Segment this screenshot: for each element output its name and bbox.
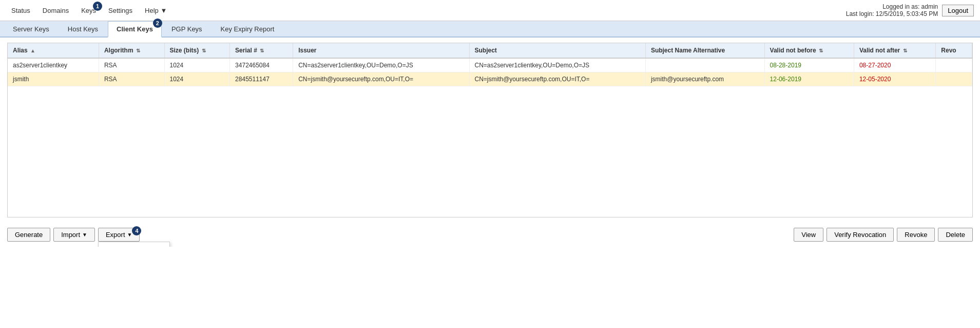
table-cell: as2server1clientkey [8, 58, 99, 72]
export-dropdown-wrapper: Export ▼ 4 Certificate Public key 5 [98, 228, 140, 242]
col-size[interactable]: Size (bits) ⇅ [164, 43, 230, 58]
table-cell: 1024 [164, 72, 230, 86]
table-cell: 12-05-2020 [854, 72, 935, 86]
generate-button[interactable]: Generate [7, 228, 50, 242]
table-cell: jsmith@yoursecureftp.com [645, 72, 764, 86]
verify-revocation-button[interactable]: Verify Revocation [827, 228, 894, 242]
col-revoke: Revo [936, 43, 972, 58]
table-cell: CN=as2server1clientkey,OU=Demo,O=JS [469, 58, 645, 72]
table-cell: 08-28-2019 [764, 58, 854, 72]
export-dropdown-menu: Certificate Public key 5 [98, 242, 170, 247]
tab-pgp-keys[interactable]: PGP Keys [163, 21, 211, 37]
auth-section: Logged in as: admin Last login: 12/5/201… [846, 3, 974, 17]
tab-key-expiry-report[interactable]: Key Expiry Report [212, 21, 283, 37]
keys-nav-badge: 1 [93, 2, 102, 11]
col-issuer: Issuer [293, 43, 469, 58]
nav-item-help[interactable]: Help ▼ [140, 5, 172, 16]
table-row[interactable]: as2server1clientkeyRSA10243472465084CN=a… [8, 58, 972, 72]
nav-item-domains[interactable]: Domains [37, 5, 74, 16]
col-algorithm[interactable]: Algorithm ⇅ [99, 43, 164, 58]
table-row[interactable]: jsmithRSA10242845511147CN=jsmith@yoursec… [8, 72, 972, 86]
last-login-label: Last login: 12/5/2019, 5:03:45 PM [846, 10, 938, 17]
col-serial[interactable]: Serial # ⇅ [230, 43, 293, 58]
tab-bar: Server Keys Host Keys Client Keys 2 PGP … [0, 21, 980, 38]
logged-in-label: Logged in as: admin [846, 3, 938, 10]
table-cell: 12-06-2019 [764, 72, 854, 86]
top-nav: Status Domains Keys 1 Settings Help ▼ Lo… [0, 0, 980, 21]
delete-button[interactable]: Delete [938, 228, 973, 242]
table-cell: 08-27-2020 [854, 58, 935, 72]
table-cell: 1024 [164, 58, 230, 72]
table-cell [645, 58, 764, 72]
keys-table-container: Alias ▲ Algorithm ⇅ Size (bits) ⇅ Serial… [7, 43, 973, 217]
export-button[interactable]: Export ▼ 4 [98, 228, 140, 242]
nav-item-keys[interactable]: Keys 1 [76, 5, 101, 16]
view-button[interactable]: View [794, 228, 823, 242]
bottom-bar: Generate Import ▼ Export ▼ 4 Certificate… [0, 223, 980, 247]
col-subject-alt: Subject Name Alternative [645, 43, 764, 58]
col-alias[interactable]: Alias ▲ [8, 43, 99, 58]
tab-host-keys[interactable]: Host Keys [59, 21, 107, 37]
col-subject: Subject [469, 43, 645, 58]
keys-table: Alias ▲ Algorithm ⇅ Size (bits) ⇅ Serial… [8, 43, 972, 86]
col-valid-before[interactable]: Valid not before ⇅ [764, 43, 854, 58]
table-cell: CN=jsmith@yoursecureftp.com,OU=IT,O= [469, 72, 645, 86]
table-cell: RSA [99, 58, 164, 72]
table-cell: jsmith [8, 72, 99, 86]
table-header-row: Alias ▲ Algorithm ⇅ Size (bits) ⇅ Serial… [8, 43, 972, 58]
export-badge: 4 [132, 226, 141, 235]
nav-item-settings[interactable]: Settings [103, 5, 138, 16]
table-cell: CN=jsmith@yoursecureftp.com,OU=IT,O= [293, 72, 469, 86]
logout-button[interactable]: Logout [942, 5, 974, 16]
nav-menu: Status Domains Keys 1 Settings Help ▼ [6, 5, 172, 16]
revoke-button[interactable]: Revoke [897, 228, 935, 242]
client-keys-tab-badge: 2 [153, 19, 162, 28]
export-arrow: ▼ [127, 232, 132, 238]
right-action-buttons: View Verify Revocation Revoke Delete [794, 228, 973, 242]
table-cell: 3472465084 [230, 58, 293, 72]
table-cell [936, 58, 972, 72]
col-valid-after[interactable]: Valid not after ⇅ [854, 43, 935, 58]
tab-server-keys[interactable]: Server Keys [4, 21, 58, 37]
import-button[interactable]: Import ▼ [53, 228, 95, 242]
table-cell [936, 72, 972, 86]
table-cell: 2845511147 [230, 72, 293, 86]
export-certificate-item[interactable]: Certificate [99, 244, 169, 247]
nav-item-status[interactable]: Status [6, 5, 35, 16]
table-cell: CN=as2server1clientkey,OU=Demo,O=JS [293, 58, 469, 72]
table-cell: RSA [99, 72, 164, 86]
import-arrow: ▼ [82, 232, 87, 238]
tab-client-keys[interactable]: Client Keys 2 [108, 21, 162, 38]
login-info: Logged in as: admin Last login: 12/5/201… [846, 3, 938, 17]
